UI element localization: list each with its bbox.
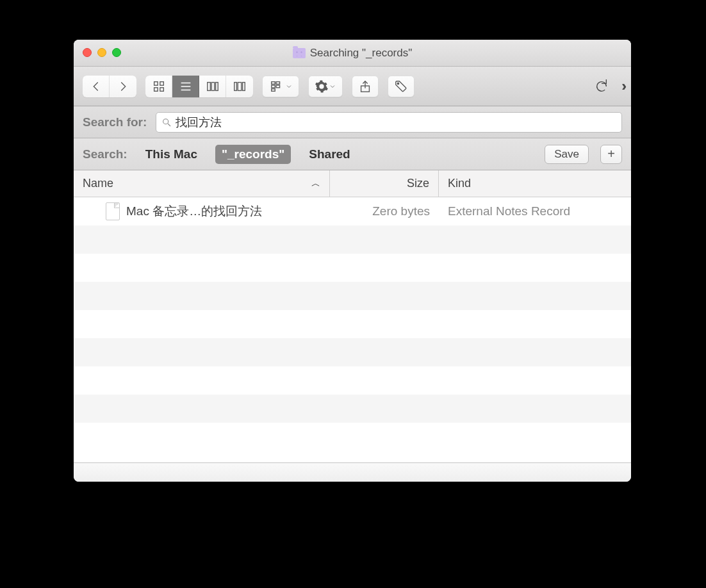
file-name: Mac 备忘录…的找回方法 (126, 203, 262, 220)
table-row (74, 310, 631, 338)
svg-rect-10 (234, 82, 237, 90)
column-header-name-label: Name (83, 177, 113, 190)
action-menu-button[interactable] (308, 76, 343, 97)
table-row (74, 282, 631, 310)
share-button[interactable] (352, 76, 379, 97)
column-view-button[interactable] (199, 76, 226, 97)
table-row (74, 338, 631, 366)
nav-buttons (83, 76, 136, 97)
scope-bar: Search: This Mac "_records" Shared Save … (74, 138, 631, 170)
svg-rect-17 (276, 85, 280, 88)
close-window-button[interactable] (83, 48, 92, 57)
smart-folder-icon (293, 48, 306, 58)
view-mode-buttons (145, 76, 253, 97)
results-list[interactable]: Mac 备忘录…的找回方法 Zero bytes External Notes … (74, 197, 631, 462)
save-search-button[interactable]: Save (545, 145, 589, 164)
column-header-size-label: Size (407, 177, 429, 190)
list-view-button[interactable] (172, 76, 199, 97)
grid-icon (152, 79, 166, 94)
svg-rect-7 (207, 82, 210, 90)
scope-this-mac[interactable]: This Mac (139, 145, 204, 164)
toolbar-overflow-button[interactable]: ›› (618, 78, 622, 95)
svg-rect-8 (211, 82, 215, 90)
svg-point-20 (397, 83, 398, 84)
titlebar: Searching "_records" (74, 40, 631, 67)
document-icon (106, 202, 120, 220)
sort-ascending-icon: ︿ (311, 178, 320, 190)
table-row (74, 395, 631, 423)
gallery-icon (233, 79, 247, 94)
window-title-area: Searching "_records" (74, 47, 631, 60)
column-header-kind[interactable]: Kind (439, 170, 631, 197)
search-input[interactable] (176, 115, 616, 129)
chevron-down-icon (285, 79, 293, 94)
double-chevron-right-icon: ›› (621, 78, 622, 94)
add-criteria-button[interactable]: + (600, 145, 622, 164)
window-controls (83, 48, 121, 57)
svg-line-22 (168, 124, 170, 126)
back-button[interactable] (83, 76, 110, 97)
tag-icon (394, 79, 408, 94)
list-icon (179, 79, 193, 94)
scope-records-folder[interactable]: "_records" (215, 145, 291, 164)
icon-view-button[interactable] (145, 76, 172, 97)
columns-icon (206, 79, 220, 94)
toolbar: ›› (74, 67, 631, 106)
svg-rect-3 (160, 87, 163, 91)
column-headers: Name ︿ Size Kind (74, 170, 631, 197)
svg-point-21 (163, 118, 168, 124)
window-title: Searching "_records" (310, 47, 412, 60)
column-header-name[interactable]: Name ︿ (74, 170, 330, 197)
search-icon (161, 117, 172, 127)
gear-icon (315, 79, 329, 94)
scope-label: Search: (83, 147, 127, 161)
group-by-button[interactable] (262, 76, 299, 97)
search-for-bar: Search for: (74, 106, 631, 138)
status-bar (74, 462, 631, 482)
svg-rect-11 (238, 82, 242, 90)
search-for-label: Search for: (83, 115, 147, 129)
reload-button[interactable] (595, 79, 609, 94)
table-row (74, 254, 631, 282)
svg-rect-12 (243, 82, 245, 90)
minimize-window-button[interactable] (97, 48, 106, 57)
svg-rect-2 (154, 87, 158, 91)
group-icon (268, 79, 285, 94)
cell-name: Mac 备忘录…的找回方法 (74, 202, 330, 220)
reload-icon (595, 79, 609, 94)
svg-rect-14 (272, 85, 275, 88)
cell-size: Zero bytes (330, 204, 439, 218)
tags-button[interactable] (388, 76, 415, 97)
table-row (74, 366, 631, 395)
svg-rect-0 (154, 81, 158, 85)
svg-rect-15 (272, 88, 275, 91)
finder-window: Searching "_records" (74, 40, 631, 482)
gallery-view-button[interactable] (226, 76, 253, 97)
zoom-window-button[interactable] (112, 48, 121, 57)
share-icon (358, 79, 372, 94)
svg-rect-16 (276, 81, 280, 84)
column-header-kind-label: Kind (448, 177, 471, 190)
chevron-left-icon (89, 79, 103, 94)
search-field-wrapper[interactable] (156, 112, 622, 133)
cell-kind: External Notes Record (439, 204, 631, 218)
svg-rect-13 (272, 81, 275, 84)
chevron-down-icon (329, 79, 336, 94)
scope-shared[interactable]: Shared (302, 145, 356, 164)
svg-rect-1 (160, 81, 163, 85)
table-row (74, 225, 631, 254)
forward-button[interactable] (110, 76, 136, 97)
svg-rect-9 (215, 82, 218, 90)
chevron-right-icon (116, 79, 130, 94)
column-header-size[interactable]: Size (330, 170, 439, 197)
table-row[interactable]: Mac 备忘录…的找回方法 Zero bytes External Notes … (74, 197, 631, 225)
